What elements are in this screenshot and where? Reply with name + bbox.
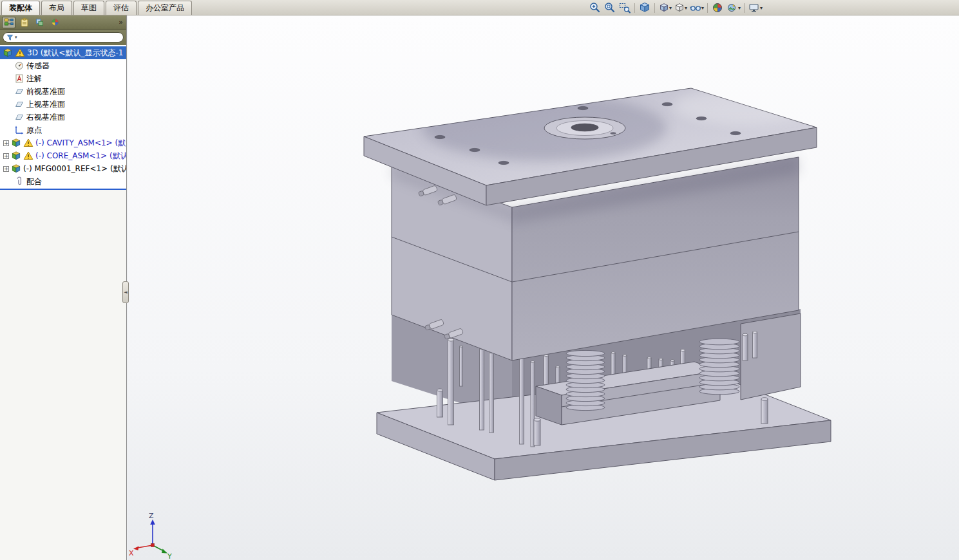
panel-overflow-button[interactable]: »: [119, 18, 124, 26]
zoom-to-area-icon[interactable]: [618, 1, 632, 15]
filter-bar: ▾: [0, 30, 126, 45]
view-settings-icon[interactable]: ▾: [747, 1, 763, 15]
toolbar-separator: [707, 3, 708, 13]
tab-office-products[interactable]: 办公室产品: [138, 1, 192, 15]
tab-evaluate[interactable]: 评估: [106, 1, 137, 15]
tree-item-sensors[interactable]: 传感器: [0, 59, 126, 72]
tree-item-assembly-root[interactable]: 3D (默认<默认_显示状态-1: [0, 46, 126, 59]
spacer-block-right[interactable]: [741, 313, 801, 400]
filter-funnel-icon: [6, 32, 14, 44]
origin-icon: [14, 125, 24, 135]
graphics-area[interactable]: Z X Y: [128, 15, 959, 560]
propertymanager-tab[interactable]: [17, 17, 31, 28]
tree-item-label: 上视基准面: [26, 99, 65, 110]
plane-icon: [14, 112, 24, 122]
featuremanager-tree-tab[interactable]: [2, 17, 15, 28]
sensors-icon: [14, 61, 24, 71]
tree-filter-field[interactable]: ▾: [3, 32, 124, 42]
plane-icon: [14, 86, 24, 97]
edit-appearance-icon[interactable]: [710, 1, 725, 15]
heads-up-view-toolbar: ▾ ▾ ▾ ▾ ▾: [588, 0, 763, 15]
locating-ring[interactable]: [544, 117, 625, 139]
tree-item-cavity-asm[interactable]: + (-) CAVITY_ASM<1> (默: [0, 136, 126, 149]
panel-tab-bar: »: [0, 15, 126, 30]
configurationmanager-tab[interactable]: [33, 17, 46, 28]
assembly-icon: [11, 163, 21, 174]
dropdown-caret[interactable]: ▾: [701, 5, 704, 11]
zoom-in-icon[interactable]: [588, 1, 602, 15]
tree-item-annotations[interactable]: 注解: [0, 72, 126, 85]
assembly-icon: [11, 151, 21, 161]
expand-icon[interactable]: +: [3, 166, 9, 172]
tree-item-label: 原点: [26, 125, 42, 136]
triad-x-label: X: [129, 549, 134, 557]
filter-caret-icon[interactable]: ▾: [15, 35, 17, 40]
tree-divider: [0, 189, 126, 190]
tree-item-origin[interactable]: 原点: [0, 124, 126, 136]
tree-item-label: (-) MFG0001_REF<1> (默认: [23, 163, 126, 174]
tree-item-front-plane[interactable]: 前视基准面: [0, 85, 126, 98]
expand-icon[interactable]: +: [3, 140, 9, 146]
tree-item-mfg0001-ref[interactable]: + (-) MFG0001_REF<1> (默认: [0, 162, 126, 175]
warning-icon: [15, 48, 25, 58]
ribbon-tab-bar: 装配体 布局 草图 评估 办公室产品 ▾: [0, 0, 959, 15]
tree-item-core-asm[interactable]: + (-) CORE_ASM<1> (默认: [0, 149, 126, 162]
tree-item-label: (-) CORE_ASM<1> (默认: [35, 151, 126, 162]
annotations-icon: [14, 73, 24, 84]
tree-item-mates[interactable]: 配合: [0, 175, 126, 188]
hide-show-items-icon[interactable]: ▾: [688, 1, 705, 15]
warning-icon: [23, 138, 33, 148]
display-style-icon[interactable]: ▾: [673, 1, 688, 15]
dropdown-caret[interactable]: ▾: [738, 5, 741, 11]
toolbar-separator: [654, 3, 655, 13]
mold-assembly-model[interactable]: [364, 88, 831, 480]
feature-manager-panel: » ▾ 3D (默认<默认_显示状态-1: [0, 15, 127, 560]
tab-layout[interactable]: 布局: [41, 1, 72, 15]
tab-sketch[interactable]: 草图: [73, 1, 104, 15]
orientation-triad: Z X Y: [129, 512, 172, 560]
panel-collapse-handle[interactable]: ◄: [122, 281, 129, 303]
tree-item-label: 配合: [26, 176, 42, 187]
zoom-to-fit-icon[interactable]: [603, 1, 617, 15]
return-spring-left: [566, 350, 605, 410]
tree-item-label: 传感器: [26, 61, 50, 71]
tree-item-top-plane[interactable]: 上视基准面: [0, 98, 126, 111]
expand-icon[interactable]: +: [3, 153, 9, 159]
return-spring-right: [699, 339, 739, 395]
tree-item-label: 右视基准面: [26, 112, 65, 123]
dropdown-caret[interactable]: ▾: [685, 5, 687, 11]
tree-item-right-plane[interactable]: 右视基准面: [0, 111, 126, 124]
toolbar-separator: [634, 3, 635, 13]
3d-view-icon[interactable]: [638, 1, 652, 15]
warning-icon: [23, 151, 33, 161]
assembly-icon: [3, 48, 13, 58]
tab-assembly[interactable]: 装配体: [1, 1, 40, 15]
assembly-icon: [11, 138, 21, 148]
tree-item-label: (-) CAVITY_ASM<1> (默: [35, 138, 126, 149]
dropdown-caret[interactable]: ▾: [760, 5, 763, 11]
feature-tree: 3D (默认<默认_显示状态-1 传感器 注解 前视基准面: [0, 45, 126, 190]
apply-scene-icon[interactable]: ▾: [725, 1, 741, 15]
tree-item-label: 3D (默认<默认_显示状态-1: [27, 48, 123, 59]
triad-z-label: Z: [149, 512, 154, 520]
plane-icon: [14, 99, 24, 109]
mates-paperclip-icon: [14, 176, 24, 187]
command-tabs: 装配体 布局 草图 评估 办公室产品: [0, 0, 959, 15]
dropdown-caret[interactable]: ▾: [669, 5, 672, 11]
solidworks-window: 装配体 布局 草图 评估 办公室产品 ▾: [0, 0, 959, 560]
triad-y-label: Y: [167, 552, 172, 560]
tree-item-label: 前视基准面: [26, 86, 65, 97]
displaymanager-tab[interactable]: [48, 17, 62, 28]
tree-item-label: 注解: [26, 73, 42, 84]
toolbar-separator: [744, 3, 745, 13]
view-orientation-icon[interactable]: ▾: [658, 1, 672, 15]
